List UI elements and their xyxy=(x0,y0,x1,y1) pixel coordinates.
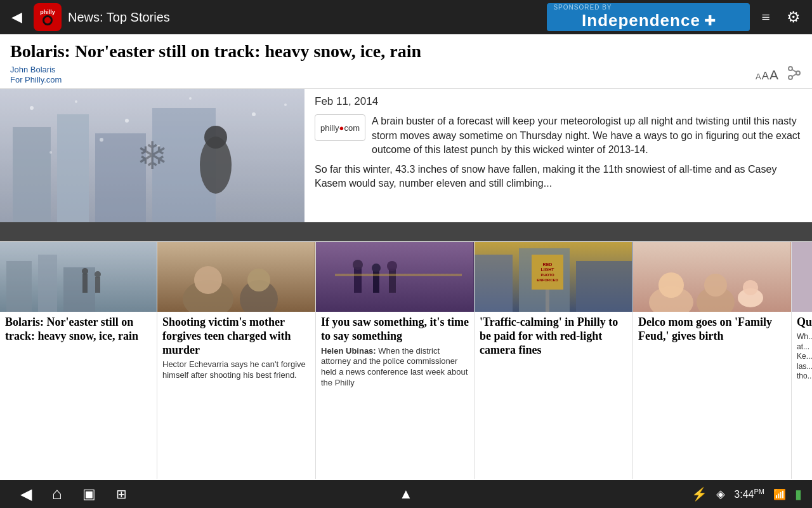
story-image-4: RED LIGHT PHOTO ENFORCED xyxy=(475,242,632,312)
stories-grid: Bolaris: Nor'easter still on track: heav… xyxy=(0,241,812,479)
svg-rect-51 xyxy=(576,261,632,312)
svg-point-37 xyxy=(194,266,222,294)
nav-title: News: Top Stories xyxy=(68,10,540,25)
svg-point-42 xyxy=(353,260,363,270)
svg-rect-45 xyxy=(389,269,396,293)
sys-up-arrow[interactable]: ▲ xyxy=(399,486,413,502)
story-byline-2: Hector Echevarria says he can't forgive … xyxy=(162,359,310,381)
story-text-3: If you saw something, it's time to say s… xyxy=(316,312,474,392)
story-image-3 xyxy=(316,242,474,312)
svg-point-60 xyxy=(658,272,684,298)
sponsor-label: SPONSORED BY xyxy=(553,4,612,11)
source-logo-dot: ● xyxy=(339,123,344,133)
sys-recents-button[interactable]: ▣ xyxy=(72,486,106,502)
svg-point-39 xyxy=(247,269,270,291)
svg-rect-49 xyxy=(475,255,513,312)
svg-rect-35 xyxy=(157,242,315,312)
article-title: Bolaris: Nor'easter still on track: heav… xyxy=(10,41,802,62)
story-image-1 xyxy=(0,242,157,312)
svg-rect-65 xyxy=(792,242,812,312)
story-card-2[interactable]: Shooting victim's mother forgives teen c… xyxy=(157,242,316,479)
article-main-image xyxy=(0,89,304,222)
app-logo-text: philly xyxy=(34,3,62,31)
svg-point-44 xyxy=(372,264,381,272)
svg-point-4 xyxy=(789,67,792,70)
story-image-6 xyxy=(792,242,812,312)
divider-bar xyxy=(0,222,812,241)
story-text-4: 'Traffic-calming' in Philly to be paid f… xyxy=(475,312,632,363)
svg-point-5 xyxy=(796,71,800,75)
article-date: Feb 11, 2014 xyxy=(315,95,802,108)
story-headline-3: If you saw something, it's time to say s… xyxy=(321,316,469,343)
svg-rect-52 xyxy=(532,255,563,290)
article-excerpt2: So far this winter, 43.3 inches of snow … xyxy=(315,163,802,191)
svg-point-6 xyxy=(789,76,792,79)
font-size-tool[interactable]: AAA xyxy=(756,67,779,83)
svg-text:LIGHT: LIGHT xyxy=(541,267,555,272)
sys-back-button[interactable]: ◀ xyxy=(10,485,42,503)
wifi-icon: 📶 xyxy=(773,488,786,500)
system-bar: ◀ ⌂ ▣ ⊞ ▲ ⚡ ◈ 3:44PM 📶 ▮ xyxy=(0,480,812,508)
svg-point-62 xyxy=(704,274,727,297)
article-image-placeholder xyxy=(0,89,304,222)
story-card-5[interactable]: Delco mom goes on 'Family Feud,' gives b… xyxy=(633,242,792,479)
story-headline-2: Shooting victim's mother forgives teen c… xyxy=(162,316,310,357)
svg-rect-25 xyxy=(0,89,304,222)
story-img-placeholder-2 xyxy=(157,242,315,312)
story-card-6[interactable]: Qu... Wh...at...Ke...las...tho... xyxy=(792,242,812,479)
android-icon: ◈ xyxy=(716,487,725,501)
article-source-row: philly●com A brain buster of a forecast … xyxy=(315,114,802,157)
svg-point-3 xyxy=(44,17,51,23)
svg-text:PHOTO: PHOTO xyxy=(540,273,554,277)
article-excerpt: A brain buster of a forecast will keep y… xyxy=(372,114,802,157)
svg-line-7 xyxy=(792,74,797,77)
story-card-3[interactable]: If you saw something, it's time to say s… xyxy=(316,242,475,479)
svg-text:philly: philly xyxy=(40,9,55,15)
story-headline-6: Qu... xyxy=(797,316,812,330)
nav-back-button[interactable]: ◀ xyxy=(6,6,27,28)
article-tools: AAA xyxy=(756,65,802,84)
story-card-1[interactable]: Bolaris: Nor'easter still on track: heav… xyxy=(0,242,157,479)
story-text-6: Qu... Wh...at...Ke...las...tho... xyxy=(792,312,812,385)
svg-point-46 xyxy=(387,261,397,271)
battery-icon: ▮ xyxy=(795,486,802,502)
share-icon[interactable] xyxy=(787,65,802,84)
svg-line-8 xyxy=(792,70,797,72)
nav-settings-icon[interactable]: ⚙ xyxy=(782,6,806,29)
sponsor-plus-icon: ✚ xyxy=(704,13,716,29)
svg-rect-57 xyxy=(546,290,549,312)
sys-home-button[interactable]: ⌂ xyxy=(42,485,72,504)
story-byline-bold-3: Helen Ubinas: xyxy=(321,346,376,356)
story-img-placeholder-6 xyxy=(792,242,812,312)
story-byline-3: Helen Ubinas: When the district attorney… xyxy=(321,346,469,389)
top-nav-bar: ◀ philly News: Top Stories SPONSORED BY … xyxy=(0,0,812,34)
source-logo: philly●com xyxy=(315,114,365,141)
sponsor-name: Independence xyxy=(582,11,700,30)
story-img-placeholder-1 xyxy=(0,242,157,312)
svg-rect-34 xyxy=(0,242,157,312)
story-headline-1: Bolaris: Nor'easter still on track: heav… xyxy=(5,316,152,343)
story-card-4[interactable]: RED LIGHT PHOTO ENFORCED 'Traffic-calmin… xyxy=(475,242,633,479)
article-body: Feb 11, 2014 philly●com A brain buster o… xyxy=(0,89,812,222)
story-text-2: Shooting victim's mother forgives teen c… xyxy=(157,312,315,385)
story-byline-6: Wh...at...Ke...las...tho... xyxy=(797,332,812,382)
nav-menu-icon[interactable]: ≡ xyxy=(756,6,775,29)
article-byline-row: John Bolaris For Philly.com AAA xyxy=(10,65,802,86)
story-headline-5: Delco mom goes on 'Family Feud,' gives b… xyxy=(638,316,786,343)
story-headline-4: 'Traffic-calming' in Philly to be paid f… xyxy=(480,316,627,357)
svg-text:ENFORCED: ENFORCED xyxy=(537,278,558,282)
sponsor-banner[interactable]: SPONSORED BY Independence ✚ xyxy=(547,3,750,31)
usb-icon: ⚡ xyxy=(691,486,707,502)
article-byline: John Bolaris For Philly.com xyxy=(10,65,62,86)
story-text-1: Bolaris: Nor'easter still on track: heav… xyxy=(0,312,157,349)
sys-right-area: ⚡ ◈ 3:44PM 📶 ▮ xyxy=(691,486,802,502)
svg-point-64 xyxy=(743,280,758,295)
story-img-placeholder-5 xyxy=(633,242,791,312)
system-time: 3:44PM xyxy=(734,488,764,500)
sys-screenshot-button[interactable]: ⊞ xyxy=(106,486,137,502)
app-logo: philly xyxy=(34,3,62,31)
story-image-2 xyxy=(157,242,315,312)
svg-point-24 xyxy=(157,145,160,147)
svg-text:RED: RED xyxy=(543,262,553,267)
story-text-5: Delco mom goes on 'Family Feud,' gives b… xyxy=(633,312,791,349)
